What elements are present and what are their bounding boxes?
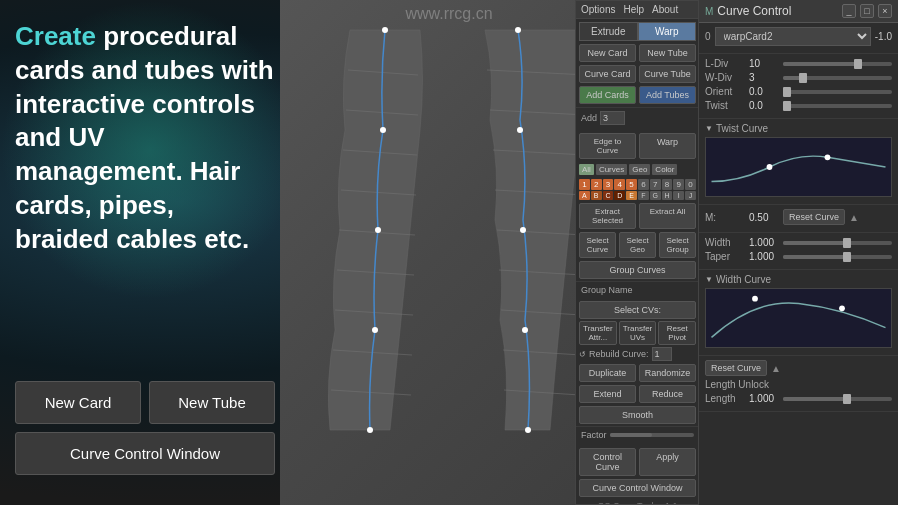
mid-new-tube-button[interactable]: New Tube	[639, 44, 696, 62]
select-group-button[interactable]: Select Group	[659, 232, 696, 258]
reset-pivot-button[interactable]: Reset Pivot	[658, 321, 696, 345]
extract-all-button[interactable]: Extract All	[639, 203, 696, 229]
taper-slider[interactable]	[783, 255, 892, 259]
width-curve-display[interactable]	[705, 288, 892, 348]
curve-control-window-mid-button[interactable]: Curve Control Window	[579, 479, 696, 497]
width-arrow: ▼	[705, 275, 713, 284]
num-7[interactable]: 7	[650, 179, 661, 190]
num-4[interactable]: 4	[614, 179, 625, 190]
svg-point-32	[752, 296, 758, 302]
add-label: Add	[581, 113, 597, 123]
twist-curve-title[interactable]: ▼ Twist Curve	[705, 123, 892, 134]
twist-curve-display[interactable]	[705, 137, 892, 197]
edge-to-curve-button[interactable]: Edge to Curve	[579, 133, 636, 159]
menu-help[interactable]: Help	[623, 4, 644, 15]
color-i[interactable]: I	[673, 191, 684, 200]
color-e[interactable]: E	[626, 191, 637, 200]
reset-curve-button-2[interactable]: Reset Curve	[705, 360, 767, 376]
group-name-row: Group Name	[581, 285, 694, 295]
tab-warp[interactable]: Warp	[638, 22, 697, 41]
num-5[interactable]: 5	[626, 179, 637, 190]
left-panel: Create procedural cards and tubes with i…	[0, 0, 290, 505]
transfer-attr-button[interactable]: Transfer Attr...	[579, 321, 617, 345]
svg-point-10	[380, 127, 386, 133]
width-curve-title[interactable]: ▼ Width Curve	[705, 274, 892, 285]
warp-button[interactable]: Warp	[639, 133, 696, 159]
num-8[interactable]: 8	[662, 179, 673, 190]
group-curves-button[interactable]: Group Curves	[579, 261, 696, 279]
svg-point-27	[525, 427, 531, 433]
randomize-button[interactable]: Randomize	[639, 364, 696, 382]
extract-selected-button[interactable]: Extract Selected	[579, 203, 636, 229]
wdiv-slider[interactable]	[783, 76, 892, 80]
apply-button[interactable]: Apply	[639, 448, 696, 476]
select-cvs-button[interactable]: Select CVs:	[579, 301, 696, 319]
duplicate-button[interactable]: Duplicate	[579, 364, 636, 382]
maximize-button[interactable]: □	[860, 4, 874, 18]
ldiv-slider[interactable]	[783, 62, 892, 66]
mid-new-card-button[interactable]: New Card	[579, 44, 636, 62]
mesh-left	[328, 27, 422, 433]
minimize-button[interactable]: _	[842, 4, 856, 18]
color-f[interactable]: F	[638, 191, 649, 200]
add-tubes-button[interactable]: Add Tubes	[639, 86, 696, 104]
extend-button[interactable]: Extend	[579, 385, 636, 403]
color-d[interactable]: D	[614, 191, 625, 200]
color-a[interactable]: A	[579, 191, 590, 200]
extend-reduce-row: Extend Reduce	[579, 385, 696, 403]
num-9[interactable]: 9	[673, 179, 684, 190]
color-h[interactable]: H	[662, 191, 673, 200]
color-g[interactable]: G	[650, 191, 661, 200]
color-c[interactable]: C	[603, 191, 614, 200]
transfer-uvs-button[interactable]: Transfer UVs	[619, 321, 657, 345]
menu-about[interactable]: About	[652, 4, 678, 15]
new-card-button[interactable]: New Card	[15, 381, 141, 424]
width-slider[interactable]	[783, 241, 892, 245]
num-0[interactable]: 0	[685, 179, 696, 190]
panel-icon: M	[705, 6, 713, 17]
close-button[interactable]: ×	[878, 4, 892, 18]
new-tube-button[interactable]: New Tube	[149, 381, 275, 424]
select-curve-button[interactable]: Select Curve	[579, 232, 616, 258]
tab-color[interactable]: Color	[652, 164, 677, 175]
svg-point-24	[517, 127, 523, 133]
twist-slider[interactable]	[783, 104, 892, 108]
card-select[interactable]: warpCard2	[715, 27, 871, 46]
btn-row-1: New Card New Tube	[15, 381, 275, 424]
control-curve-button[interactable]: Control Curve	[579, 448, 636, 476]
hero-text: Create procedural cards and tubes with i…	[15, 20, 275, 257]
menu-options[interactable]: Options	[581, 4, 615, 15]
transfer-row: Transfer Attr... Transfer UVs Reset Pivo…	[579, 321, 696, 345]
tab-curves[interactable]: Curves	[596, 164, 627, 175]
length-value: 1.000	[749, 393, 779, 404]
orient-slider[interactable]	[783, 90, 892, 94]
select-geo-button[interactable]: Select Geo	[619, 232, 656, 258]
twist-arrow: ▼	[705, 124, 713, 133]
tab-all[interactable]: All	[579, 164, 594, 175]
rebuild-input[interactable]	[652, 347, 672, 361]
wdiv-row: W-Div 3	[705, 72, 892, 83]
smooth-button[interactable]: Smooth	[579, 406, 696, 424]
tab-extrude[interactable]: Extrude	[579, 22, 638, 41]
reduce-button[interactable]: Reduce	[639, 385, 696, 403]
twist-value: 0.0	[749, 100, 779, 111]
curve-control-window-button[interactable]: Curve Control Window	[15, 432, 275, 475]
orient-row: Orient 0.0	[705, 86, 892, 97]
panel-header: M Curve Control _ □ ×	[699, 0, 898, 23]
reset-curve-button-1[interactable]: Reset Curve	[783, 209, 845, 225]
select-row: Select Curve Select Geo Select Group	[579, 232, 696, 258]
num-3[interactable]: 3	[603, 179, 614, 190]
color-j[interactable]: J	[685, 191, 696, 200]
wdiv-label: W-Div	[705, 72, 745, 83]
num-1[interactable]: 1	[579, 179, 590, 190]
num-2[interactable]: 2	[591, 179, 602, 190]
add-value-input[interactable]	[600, 111, 625, 125]
curve-card-button[interactable]: Curve Card	[579, 65, 636, 83]
factor-slider[interactable]	[610, 433, 694, 437]
curve-tube-button[interactable]: Curve Tube	[639, 65, 696, 83]
color-b[interactable]: B	[591, 191, 602, 200]
num-6[interactable]: 6	[638, 179, 649, 190]
length-slider[interactable]	[783, 397, 892, 401]
add-cards-button[interactable]: Add Cards	[579, 86, 636, 104]
tab-geo[interactable]: Geo	[629, 164, 650, 175]
